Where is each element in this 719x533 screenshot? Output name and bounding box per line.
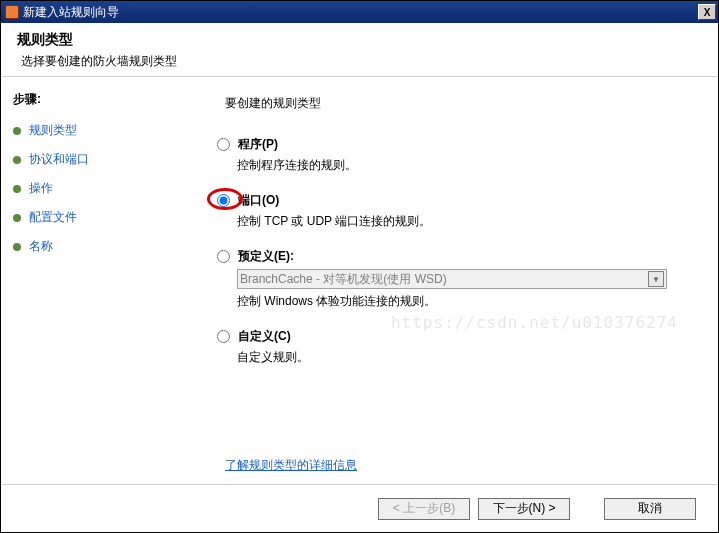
radio-program-desc: 控制程序连接的规则。 <box>237 157 682 174</box>
cancel-button[interactable]: 取消 <box>604 498 696 520</box>
radio-program[interactable] <box>217 138 230 151</box>
radio-port[interactable] <box>217 194 230 207</box>
bullet-icon <box>13 127 21 135</box>
step-label: 配置文件 <box>29 209 77 226</box>
predefined-dropdown[interactable]: BranchCache - 对等机发现(使用 WSD) ▼ <box>237 269 667 289</box>
content: 要创建的规则类型 程序(P) 控制程序连接的规则。 端口(O) 控制 TCP 或… <box>189 77 718 488</box>
radio-predefined[interactable] <box>217 250 230 263</box>
learn-more-link[interactable]: 了解规则类型的详细信息 <box>225 457 357 474</box>
radio-predefined-row: 预定义(E): <box>217 248 682 265</box>
step-rule-type[interactable]: 规则类型 <box>13 122 177 139</box>
bullet-icon <box>13 156 21 164</box>
radio-port-label: 端口(O) <box>238 192 279 209</box>
titlebar: 新建入站规则向导 X <box>1 1 718 23</box>
radio-program-label: 程序(P) <box>238 136 278 153</box>
steps-heading: 步骤: <box>13 91 177 108</box>
step-profile[interactable]: 配置文件 <box>13 209 177 226</box>
bullet-icon <box>13 185 21 193</box>
step-label: 名称 <box>29 238 53 255</box>
bullet-icon <box>13 214 21 222</box>
radio-port-row: 端口(O) <box>217 192 682 209</box>
step-label: 规则类型 <box>29 122 77 139</box>
sidebar: 步骤: 规则类型 协议和端口 操作 配置文件 名称 <box>1 77 189 488</box>
bullet-icon <box>13 243 21 251</box>
radio-program-row: 程序(P) <box>217 136 682 153</box>
wizard-window: 新建入站规则向导 X 规则类型 选择要创建的防火墙规则类型 步骤: 规则类型 协… <box>0 0 719 533</box>
header: 规则类型 选择要创建的防火墙规则类型 <box>1 23 718 77</box>
step-action[interactable]: 操作 <box>13 180 177 197</box>
chevron-down-icon: ▼ <box>648 271 664 287</box>
page-subtitle: 选择要创建的防火墙规则类型 <box>21 53 702 70</box>
radio-predefined-desc: 控制 Windows 体验功能连接的规则。 <box>237 293 682 310</box>
radio-predefined-label: 预定义(E): <box>238 248 294 265</box>
radio-port-desc: 控制 TCP 或 UDP 端口连接的规则。 <box>237 213 682 230</box>
radio-custom[interactable] <box>217 330 230 343</box>
dropdown-value: BranchCache - 对等机发现(使用 WSD) <box>240 271 447 288</box>
content-prompt: 要创建的规则类型 <box>225 95 682 112</box>
watermark: https://csdn.net/u010376274 <box>391 313 678 332</box>
footer: < 上一步(B) 下一步(N) > 取消 <box>1 484 718 532</box>
close-icon[interactable]: X <box>698 4 716 20</box>
next-button[interactable]: 下一步(N) > <box>478 498 570 520</box>
step-label: 协议和端口 <box>29 151 89 168</box>
step-name[interactable]: 名称 <box>13 238 177 255</box>
body: 步骤: 规则类型 协议和端口 操作 配置文件 名称 要创 <box>1 77 718 488</box>
radio-custom-desc: 自定义规则。 <box>237 349 682 366</box>
step-protocol-port[interactable]: 协议和端口 <box>13 151 177 168</box>
step-label: 操作 <box>29 180 53 197</box>
app-icon <box>5 5 19 19</box>
radio-custom-label: 自定义(C) <box>238 328 291 345</box>
back-button[interactable]: < 上一步(B) <box>378 498 470 520</box>
page-title: 规则类型 <box>17 31 702 49</box>
window-title: 新建入站规则向导 <box>23 4 698 21</box>
